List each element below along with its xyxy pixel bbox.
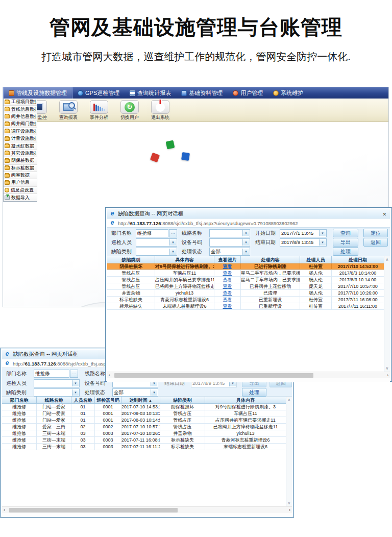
- sidebar-item[interactable]: 计量设施数据: [4, 135, 37, 142]
- table-row[interactable]: 维抢修三街—末端0300032017-07-11 16:11:26标示桩缺失末端…: [2, 444, 286, 450]
- sidebar-item[interactable]: 阀室数据: [4, 172, 37, 179]
- scroll-up-arrow[interactable]: ∧: [384, 257, 390, 262]
- view-photo-link[interactable]: 查看: [223, 264, 232, 269]
- view-photo-link[interactable]: 查看: [223, 290, 232, 296]
- sidebar-item[interactable]: 工程项目数据: [4, 99, 37, 106]
- vertical-scrollbar[interactable]: ∧ ∨: [384, 256, 390, 372]
- toolbar-item-switch-user[interactable]: ↻ 切换用户: [116, 100, 143, 121]
- column-header[interactable]: 查看照片: [214, 256, 241, 263]
- table-row[interactable]: 标示桩缺失青菱河标志桩重新埋设6查看已重新埋设杜传宣2017/7/11 16:0…: [107, 297, 384, 303]
- chevron-down-icon[interactable]: ▼: [242, 239, 249, 246]
- handle-button[interactable]: 处理: [333, 247, 358, 256]
- chevron-down-icon[interactable]: ▼: [169, 249, 176, 255]
- scrollbar-thumb[interactable]: [114, 373, 313, 378]
- column-header[interactable]: 巡检器号码: [95, 397, 121, 403]
- dept-picker-button[interactable]: …: [169, 229, 177, 237]
- column-header[interactable]: 处理内容: [241, 256, 300, 263]
- status-select[interactable]: 全部▼: [112, 388, 158, 397]
- column-header[interactable]: 处理日期: [332, 256, 384, 263]
- table-row[interactable]: 管线占压已将阀井上方障碍物花盆移走11查看已将阀井上花盆移动庞天龙2017/7/…: [107, 283, 384, 290]
- table-row[interactable]: 维抢修三街—末端0300032017-07-10 10:26:27井盖杂物yic…: [2, 430, 286, 437]
- table-row[interactable]: 标示桩缺失末端标志桩重新埋设6查看已重新埋设杜传宣2017/7/11 16:11…: [107, 303, 384, 310]
- scroll-left-arrow[interactable]: ‹: [4, 507, 5, 514]
- vertical-scrollbar[interactable]: ∧ ∨: [286, 397, 292, 506]
- sidebar-item[interactable]: 阴保桩数据: [4, 157, 37, 164]
- sidebar-item[interactable]: 数据导入: [4, 194, 37, 201]
- chevron-down-icon[interactable]: ▼: [242, 230, 249, 236]
- sidebar-item[interactable]: 阀井阀门数据: [4, 120, 37, 128]
- handle-button[interactable]: 处理: [242, 388, 266, 397]
- table-row[interactable]: 维抢修爱家—三街0200022017-07-10 10:57:18管线占压已将阀…: [2, 424, 286, 430]
- table-row[interactable]: 井盖杂物yichuli13查看已清理杨人伦2017/7/10 10:26:00: [107, 290, 384, 297]
- device-select[interactable]: ▼: [209, 238, 250, 247]
- horizontal-scrollbar[interactable]: ‹ ›: [2, 506, 292, 513]
- start-date-select[interactable]: 2017/7/1 13:45▼: [280, 229, 327, 237]
- horizontal-scrollbar[interactable]: ‹ ›: [107, 372, 390, 378]
- view-photo-link[interactable]: 查看: [223, 271, 232, 276]
- column-header[interactable]: 线路名称: [37, 397, 71, 403]
- chevron-down-icon[interactable]: ▼: [242, 249, 249, 255]
- chevron-down-icon[interactable]: ▼: [72, 389, 79, 396]
- sidebar-item[interactable]: 调压设施数据: [4, 128, 37, 135]
- export-button[interactable]: 导出: [333, 238, 358, 247]
- sidebar-item[interactable]: 阀井信息数据: [4, 113, 37, 120]
- column-header[interactable]: 人员名称: [71, 397, 95, 403]
- dept-picker-button[interactable]: …: [70, 370, 78, 378]
- menu-tab-maintenance[interactable]: 系统维护: [268, 87, 308, 99]
- end-date-select[interactable]: 2017/8/9 13:45▼: [280, 238, 327, 247]
- dept-input[interactable]: 维抢修: [34, 370, 69, 378]
- column-header[interactable]: 部门名称: [2, 397, 37, 403]
- toolbar-item-query-report[interactable]: 查询报表: [55, 100, 82, 121]
- table-row[interactable]: 维抢修三街—末端0300032017-07-11 16:08:01标示桩缺失青菱…: [2, 437, 286, 444]
- column-header[interactable]: 缺陷类别: [160, 397, 205, 403]
- view-photo-link[interactable]: 查看: [223, 277, 232, 282]
- toolbar-item-exit-system[interactable]: 退出系统: [147, 100, 174, 121]
- scroll-down-arrow[interactable]: ∨: [384, 366, 390, 371]
- scroll-right-arrow[interactable]: ›: [289, 507, 290, 514]
- chevron-down-icon[interactable]: ▼: [151, 389, 157, 396]
- dialog-titlebar[interactable]: e 缺陷数据查询 -- 网页对话框 ×: [107, 209, 390, 218]
- menu-tab-base-data[interactable]: 基础资料管理: [176, 87, 228, 99]
- view-photo-link[interactable]: 查看: [223, 297, 232, 302]
- sidebar-item[interactable]: 标示桩数据: [4, 165, 37, 172]
- toolbar-item-event-analysis[interactable]: 事件分析: [86, 100, 112, 121]
- sidebar-item[interactable]: 用户信息: [4, 179, 37, 186]
- person-select[interactable]: ▼: [136, 238, 177, 247]
- dept-input[interactable]: 维抢修: [136, 229, 168, 237]
- line-select[interactable]: ▼: [209, 229, 250, 237]
- column-header[interactable]: 缺陷类别: [107, 256, 155, 263]
- sidebar-item[interactable]: 管线信息数据: [4, 106, 37, 113]
- table-row[interactable]: 维抢修门站—爱家0100012017-08-03 10:13:34管线占压车辆占…: [2, 410, 286, 417]
- table-row[interactable]: 阴保桩损坏对9号阴保桩进行除锈刷漆。3查看已进行除锈刷漆杜传宣2017/7/10…: [107, 263, 384, 270]
- locate-button[interactable]: 定位: [363, 229, 388, 237]
- scroll-up-arrow[interactable]: ∧: [286, 398, 292, 402]
- scroll-down-arrow[interactable]: ∨: [286, 501, 292, 505]
- scroll-right-arrow[interactable]: ›: [387, 372, 388, 379]
- menu-tab-facility-data[interactable]: 管线及设施数据管理: [3, 87, 72, 99]
- status-select[interactable]: 全部▼: [209, 248, 250, 256]
- table-row[interactable]: 维抢修门站—爱家0100012017-07-10 14:53:16阴保桩损坏对9…: [2, 404, 286, 410]
- view-photo-link[interactable]: 查看: [223, 284, 232, 289]
- column-header[interactable]: 具体内容: [155, 256, 214, 263]
- scrollbar-thumb[interactable]: [9, 508, 178, 512]
- sidebar-item[interactable]: 其它设施数据: [4, 150, 37, 157]
- table-row[interactable]: 管线占压占压阀井的车辆已要求挪走11查看星马二手车市场内，已要求挪车。杨人伦20…: [107, 277, 384, 283]
- menu-tab-gps[interactable]: GPS巡检管理: [72, 87, 125, 99]
- chevron-down-icon[interactable]: ▼: [319, 239, 326, 246]
- query-button[interactable]: 查询: [333, 229, 358, 237]
- column-header[interactable]: 具体内容: [205, 397, 286, 403]
- table-row[interactable]: 维抢修门站—爱家0100012017-08-03 10:14:55管线占压占压阀…: [2, 417, 286, 424]
- table-row[interactable]: 管线占压车辆占压11查看星马二手车市场内，已要求挪车。杨人伦2017/8/3 1…: [107, 270, 384, 277]
- sidebar-item[interactable]: 凝水缸数据: [4, 142, 37, 150]
- person-select[interactable]: ▼: [34, 379, 80, 387]
- defect-type-select[interactable]: ▼: [34, 388, 80, 397]
- menu-tab-users[interactable]: 用户管理: [228, 87, 268, 99]
- scroll-left-arrow[interactable]: ‹: [109, 372, 110, 379]
- sidebar-item[interactable]: 信息点设置: [4, 187, 37, 194]
- chevron-down-icon[interactable]: ▼: [319, 230, 326, 236]
- column-header[interactable]: 达到时间▲: [121, 397, 160, 403]
- chevron-down-icon[interactable]: ▼: [72, 380, 79, 386]
- defect-type-select[interactable]: ▼: [136, 248, 177, 256]
- view-photo-link[interactable]: 查看: [223, 304, 232, 309]
- chevron-down-icon[interactable]: ▼: [169, 239, 176, 246]
